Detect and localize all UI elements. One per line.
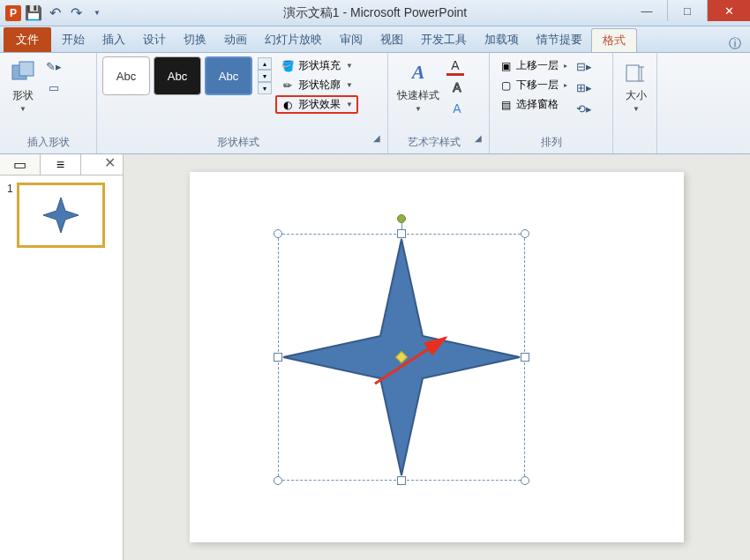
shape-effects-button[interactable]: ◐ 形状效果 ▼ bbox=[275, 95, 358, 114]
gallery-more-icon[interactable]: ▾ bbox=[258, 82, 272, 94]
thumb-number: 1 bbox=[7, 183, 13, 248]
bring-forward-button[interactable]: ▣ 上移一层▸ bbox=[495, 56, 571, 75]
size-button[interactable]: 大小 ▼ bbox=[619, 56, 654, 115]
style-preset-1[interactable]: Abc bbox=[102, 56, 150, 95]
send-backward-label: 下移一层 bbox=[516, 78, 559, 93]
tab-addins[interactable]: 加载项 bbox=[476, 27, 528, 52]
quick-styles-label: 快速样式 bbox=[397, 88, 439, 103]
wordart-launcher-icon[interactable]: ◢ bbox=[475, 133, 484, 152]
group-insert-shape: 形状 ▼ ✎▸ ▭ 插入形状 bbox=[0, 53, 97, 153]
group-label-wordart: 艺术字样式 bbox=[408, 133, 461, 152]
star-thumb-icon bbox=[39, 193, 83, 237]
group-label-styles: 形状样式 bbox=[217, 133, 259, 152]
style-preset-2[interactable]: Abc bbox=[154, 56, 201, 95]
gallery-down-icon[interactable]: ▾ bbox=[258, 70, 272, 82]
edit-shape-icon[interactable]: ✎▸ bbox=[44, 56, 64, 76]
rotate-icon[interactable]: ⟲▸ bbox=[574, 99, 594, 118]
tab-slideshow[interactable]: 幻灯片放映 bbox=[256, 27, 331, 52]
shapes-icon bbox=[9, 58, 37, 86]
resize-handle-tm[interactable] bbox=[397, 229, 406, 238]
qat: P 💾 ↶ ↷ ▼ bbox=[0, 4, 106, 22]
slide-canvas[interactable] bbox=[190, 172, 684, 542]
slides-tab[interactable]: ▭ bbox=[0, 154, 41, 175]
panel-tabs: ▭ ≡ ✕ bbox=[0, 154, 123, 175]
workspace: ▭ ≡ ✕ 1 bbox=[0, 154, 750, 560]
shape-outline-label: 形状轮廓 bbox=[298, 78, 341, 93]
tab-format[interactable]: 格式 bbox=[591, 28, 637, 52]
shape-fill-button[interactable]: 🪣 形状填充 ▼ bbox=[275, 56, 358, 75]
group-label-arrange: 排列 bbox=[495, 133, 607, 152]
tab-view[interactable]: 视图 bbox=[371, 27, 412, 52]
wordart-icon: A bbox=[404, 58, 432, 86]
group-icon[interactable]: ⊞▸ bbox=[574, 78, 594, 97]
size-icon bbox=[622, 58, 650, 86]
shapes-label: 形状 bbox=[12, 88, 34, 103]
tab-animations[interactable]: 动画 bbox=[215, 27, 256, 52]
quick-styles-button[interactable]: A 快速样式 ▼ bbox=[394, 56, 443, 115]
svg-rect-2 bbox=[626, 65, 639, 81]
text-fill-icon[interactable]: A bbox=[446, 56, 464, 76]
text-effects-icon[interactable]: A bbox=[446, 99, 468, 118]
slide-thumbnail-1[interactable] bbox=[17, 183, 105, 248]
shapes-button[interactable]: 形状 ▼ bbox=[5, 56, 41, 115]
group-shape-styles: Abc Abc Abc ▴ ▾ ▾ 🪣 形状填充 ▼ ✏ 形状轮廓 bbox=[97, 53, 388, 153]
redo-icon[interactable]: ↷ bbox=[67, 4, 85, 22]
bring-forward-icon: ▣ bbox=[499, 59, 513, 73]
style-preset-3[interactable]: Abc bbox=[205, 56, 252, 95]
window-title: 演示文稿1 - Microsoft PowerPoint bbox=[283, 5, 468, 21]
resize-handle-bm[interactable] bbox=[397, 476, 406, 485]
outline-tab[interactable]: ≡ bbox=[41, 154, 81, 175]
chevron-down-icon: ▼ bbox=[633, 105, 640, 113]
app-icon[interactable]: P bbox=[5, 5, 21, 21]
align-icon[interactable]: ⊟▸ bbox=[574, 56, 594, 76]
canvas-area[interactable] bbox=[124, 154, 750, 560]
group-size: 大小 ▼ bbox=[613, 53, 657, 153]
tab-home[interactable]: 开始 bbox=[53, 27, 94, 52]
thumbnails: 1 bbox=[0, 175, 123, 255]
help-icon[interactable]: ⓘ bbox=[729, 36, 741, 52]
chevron-down-icon: ▼ bbox=[346, 81, 353, 89]
close-button[interactable]: ✕ bbox=[708, 0, 750, 21]
shape-effects-label: 形状效果 bbox=[298, 97, 341, 112]
panel-close-icon[interactable]: ✕ bbox=[97, 154, 123, 175]
titlebar: P 💾 ↶ ↷ ▼ 演示文稿1 - Microsoft PowerPoint —… bbox=[0, 0, 750, 26]
resize-handle-ml[interactable] bbox=[274, 353, 282, 362]
tab-storyboard[interactable]: 情节提要 bbox=[528, 27, 591, 52]
minimize-button[interactable]: — bbox=[626, 0, 667, 21]
send-backward-button[interactable]: ▢ 下移一层▸ bbox=[495, 76, 571, 94]
styles-launcher-icon[interactable]: ◢ bbox=[373, 133, 382, 152]
tab-file[interactable]: 文件 bbox=[4, 27, 51, 52]
text-outline-icon[interactable]: A bbox=[446, 78, 468, 97]
resize-handle-mr[interactable] bbox=[521, 353, 529, 362]
ribbon: 形状 ▼ ✎▸ ▭ 插入形状 Abc Abc Abc ▴ ▾ ▾ bbox=[0, 53, 750, 154]
gallery-up-icon[interactable]: ▴ bbox=[258, 57, 272, 70]
group-label-insert: 插入形状 bbox=[5, 133, 91, 152]
tab-design[interactable]: 设计 bbox=[134, 27, 175, 52]
tab-developer[interactable]: 开发工具 bbox=[412, 27, 476, 52]
tab-insert[interactable]: 插入 bbox=[94, 27, 134, 52]
fill-icon: 🪣 bbox=[281, 59, 295, 73]
slide-panel: ▭ ≡ ✕ 1 bbox=[0, 154, 124, 560]
qat-more-icon[interactable]: ▼ bbox=[88, 4, 106, 22]
maximize-button[interactable]: □ bbox=[667, 0, 708, 21]
group-wordart: A 快速样式 ▼ A A A 艺术字样式 ◢ bbox=[388, 53, 490, 153]
shape-fill-label: 形状填充 bbox=[298, 58, 341, 73]
rotate-handle[interactable] bbox=[397, 214, 406, 223]
group-arrange: ▣ 上移一层▸ ▢ 下移一层▸ ▤ 选择窗格 ⊟▸ ⊞▸ ⟲▸ 排列 bbox=[490, 53, 613, 153]
tab-transitions[interactable]: 切换 bbox=[175, 27, 215, 52]
undo-icon[interactable]: ↶ bbox=[46, 4, 64, 22]
window-controls: — □ ✕ bbox=[626, 0, 750, 21]
effects-icon: ◐ bbox=[281, 98, 295, 112]
resize-handle-bl[interactable] bbox=[274, 476, 282, 485]
selection-pane-button[interactable]: ▤ 选择窗格 bbox=[495, 95, 571, 114]
resize-handle-br[interactable] bbox=[521, 476, 529, 485]
shape-outline-button[interactable]: ✏ 形状轮廓 ▼ bbox=[275, 76, 358, 94]
text-box-icon[interactable]: ▭ bbox=[44, 78, 64, 97]
resize-handle-tl[interactable] bbox=[274, 229, 282, 238]
resize-handle-tr[interactable] bbox=[521, 229, 529, 238]
save-icon[interactable]: 💾 bbox=[25, 4, 42, 22]
tab-review[interactable]: 审阅 bbox=[331, 27, 371, 52]
selected-shape[interactable] bbox=[278, 234, 525, 481]
chevron-down-icon: ▼ bbox=[346, 62, 353, 70]
selection-pane-label: 选择窗格 bbox=[516, 97, 559, 112]
